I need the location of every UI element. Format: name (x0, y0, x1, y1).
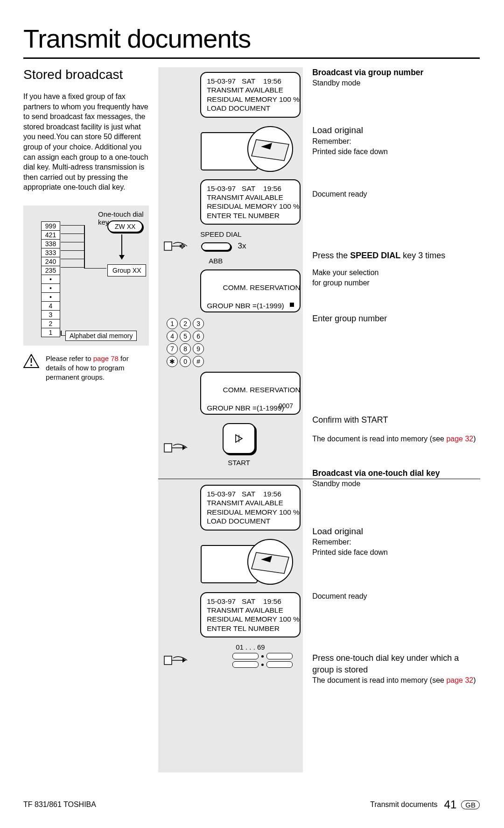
step-text: Make your selection for group number (312, 268, 480, 288)
step-heading: Press the SPEED DIAL key 3 times (312, 250, 480, 261)
step-text: Standby mode (312, 479, 480, 489)
page-footer: TF 831/861 TOSHIBA Transmit documents 41… (23, 798, 480, 811)
numeric-keypad[interactable]: 123 456 789 ✱0# (167, 318, 297, 367)
warning-icon (23, 354, 39, 368)
page-ref-link[interactable]: page 32 (446, 435, 473, 443)
speed-dial-label: SPEED DIAL (200, 230, 297, 238)
page-ref-link[interactable]: page 32 (446, 676, 473, 684)
lcd-display-4: COMM. RESERVATION GROUP NBR =(1-1999) 00… (200, 372, 301, 415)
press-count: 3x (238, 241, 246, 250)
group-diagram: One-touch dial key 999 421 338 333 240 2… (23, 205, 149, 346)
speed-dial-button[interactable] (201, 242, 231, 251)
pointing-hand-icon (164, 653, 190, 667)
footer-model: TF 831/861 TOSHIBA (23, 800, 96, 809)
intro-text: If you have a fixed group of fax partner… (23, 92, 149, 192)
group-box: Group XX (107, 264, 146, 276)
cursor-icon (290, 303, 294, 307)
load-document-illustration (200, 536, 301, 587)
lcd-display-1: 15-03-97 SAT 19:56 TRANSMIT AVAILABLE RE… (200, 72, 301, 118)
step-heading: Broadcast via one-touch dial key (312, 468, 480, 479)
step-text: Remember: Printed side face down (312, 136, 480, 156)
entered-value: 0007 (279, 402, 293, 410)
zw-pill: ZW XX (107, 220, 143, 233)
svg-rect-6 (164, 242, 172, 250)
step-heading: Load original (312, 124, 480, 136)
dial-memory-table: 999 421 338 333 240 235 • • • 4 3 2 1 (41, 221, 60, 337)
warning-text: Please refer to page 78 for details of h… (46, 354, 149, 382)
svg-point-2 (30, 364, 32, 366)
abb-label: ABB (209, 257, 297, 265)
region-badge: GB (461, 800, 480, 809)
arrow-down-icon (121, 234, 122, 259)
step-text: Document ready (312, 591, 480, 602)
step-text: Remember: Printed side face down (312, 537, 480, 557)
page-title: Transmit documents (23, 23, 480, 54)
step-heading: Broadcast via group number (312, 67, 480, 78)
page-number: 41 (444, 798, 457, 811)
pointing-hand-icon (164, 239, 190, 253)
step-heading: Press one-touch dial key under which a g… (312, 652, 480, 675)
step-text: The document is read into memory (see pa… (312, 675, 480, 686)
lcd-display-6: 15-03-97 SAT 19:56 TRANSMIT AVAILABLE RE… (200, 592, 301, 638)
footer-section: Transmit documents (370, 800, 437, 809)
step-text: Standby mode (312, 78, 480, 88)
load-document-illustration (200, 123, 301, 175)
one-touch-dial-keys[interactable] (227, 653, 297, 668)
pointing-hand-icon (164, 441, 190, 455)
step-heading: Enter group number (312, 313, 480, 324)
page-ref-link[interactable]: page 78 (93, 354, 119, 362)
step-text: Document ready (312, 189, 480, 199)
title-rule (23, 57, 480, 59)
alphabet-memory-label: Alphabet dial memory (65, 331, 137, 341)
svg-rect-7 (164, 444, 172, 452)
lcd-display-3: COMM. RESERVATION GROUP NBR =(1-1999) (200, 269, 301, 312)
step-heading: Load original (312, 525, 480, 538)
one-touch-range: 01 . . . 69 (236, 643, 297, 651)
svg-rect-14 (164, 656, 172, 665)
lcd-display-5: 15-03-97 SAT 19:56 TRANSMIT AVAILABLE RE… (200, 485, 301, 531)
step-text: The document is read into memory (see pa… (312, 434, 480, 444)
start-label: START (223, 459, 255, 467)
step-heading: Confirm with START (312, 414, 480, 425)
lcd-display-2: 15-03-97 SAT 19:56 TRANSMIT AVAILABLE RE… (200, 179, 301, 225)
start-button[interactable] (223, 423, 255, 454)
section-heading: Stored broadcast (23, 67, 149, 82)
